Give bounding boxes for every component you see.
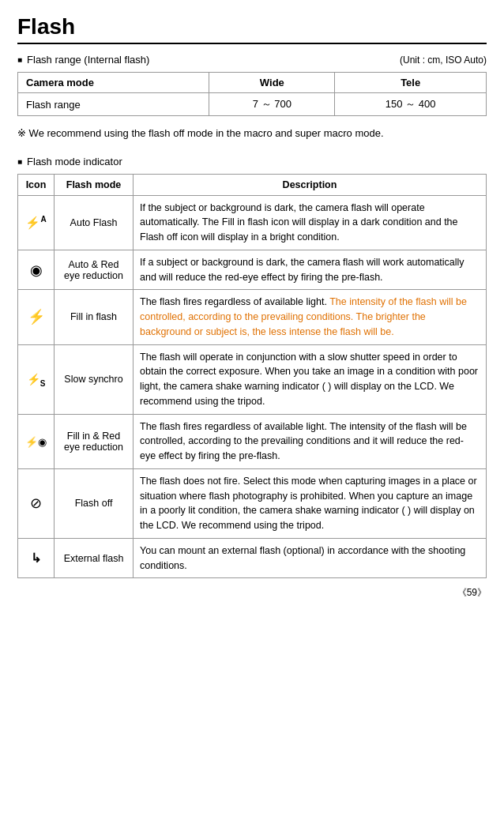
- desc-external-flash: You can mount an external flash (optiona…: [134, 538, 487, 578]
- desc-fill-red-eye: The flash fires regardless of available …: [134, 414, 487, 468]
- desc-slow-synchro: The flash will operate in conjunction wi…: [134, 344, 487, 414]
- range-tele: 150 ～ 400: [335, 93, 487, 116]
- mode-slow-synchro: Slow synchro: [55, 344, 134, 414]
- mode-external-flash: External flash: [55, 538, 134, 578]
- range-table: Camera mode Wide Tele Flash range 7 ～ 70…: [17, 72, 487, 116]
- table-row: ⚡S Slow synchro The flash will operate i…: [18, 344, 487, 414]
- icon-fill-red-eye: ⚡◉: [18, 414, 55, 468]
- bullet-icon: ■: [17, 55, 22, 64]
- mode-fill-red-eye: Fill in & Red eye reduction: [55, 414, 134, 468]
- mode-flash-off: Flash off: [55, 468, 134, 538]
- icon-red-eye: ◉: [18, 250, 55, 290]
- icon-flash-off: ⊘: [18, 468, 55, 538]
- table-row: ⚡A Auto Flash If the subject or backgrou…: [18, 195, 487, 250]
- desc-flash-off: The flash does not fire. Select this mod…: [134, 468, 487, 538]
- col-camera-mode: Camera mode: [18, 73, 209, 93]
- table-row: ⊘ Flash off The flash does not fire. Sel…: [18, 468, 487, 538]
- col-wide: Wide: [209, 73, 335, 93]
- desc-red-eye: If a subject or background is dark, the …: [134, 250, 487, 290]
- range-section-header: ■ Flash range (Internal flash) (Unit : c…: [17, 54, 487, 66]
- range-header-label: Flash range (Internal flash): [27, 54, 149, 66]
- col-icon: Icon: [18, 174, 55, 195]
- col-flash-mode: Flash mode: [55, 174, 134, 195]
- mode-auto-flash: Auto Flash: [55, 195, 134, 250]
- mode-table: Icon Flash mode Description ⚡A Auto Flas…: [17, 174, 487, 579]
- page-number: 《59》: [17, 586, 487, 600]
- range-wide: 7 ～ 700: [209, 93, 335, 116]
- icon-auto-flash: ⚡A: [18, 195, 55, 250]
- range-label: Flash range: [18, 93, 209, 116]
- col-tele: Tele: [335, 73, 487, 93]
- table-row: Flash range 7 ～ 700 150 ～ 400: [18, 93, 487, 116]
- icon-external-flash: ↳: [18, 538, 55, 578]
- page-title: Flash: [17, 14, 487, 44]
- bullet-icon-2: ■: [17, 157, 22, 166]
- desc-auto-flash: If the subject or background is dark, th…: [134, 195, 487, 250]
- desc-fill-before: The flash fires regardless of available …: [140, 296, 329, 307]
- table-row: ↳ External flash You can mount an extern…: [18, 538, 487, 578]
- icon-fill-flash: ⚡: [18, 290, 55, 344]
- table-row: ⚡ Fill in flash The flash fires regardle…: [18, 290, 487, 344]
- icon-slow-synchro: ⚡S: [18, 344, 55, 414]
- unit-note: (Unit : cm, ISO Auto): [400, 55, 487, 66]
- mode-section-header: ■ Flash mode indicator: [17, 156, 487, 167]
- col-description: Description: [134, 174, 487, 195]
- mode-fill-flash: Fill in flash: [55, 290, 134, 344]
- mode-header-label: Flash mode indicator: [27, 156, 122, 167]
- desc-fill-flash: The flash fires regardless of available …: [134, 290, 487, 344]
- table-row: ◉ Auto & Red eye reduction If a subject …: [18, 250, 487, 290]
- mode-red-eye: Auto & Red eye reduction: [55, 250, 134, 290]
- table-row: ⚡◉ Fill in & Red eye reduction The flash…: [18, 414, 487, 468]
- macro-note: ※ We recommend using the flash off mode …: [17, 126, 487, 141]
